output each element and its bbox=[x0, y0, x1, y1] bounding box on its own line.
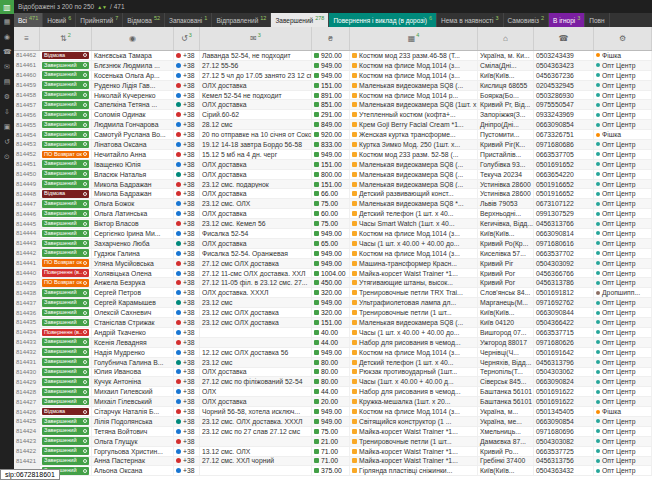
table-row[interactable]: 814441ПО Возврат окУляна Мусійовська+382… bbox=[14, 259, 652, 269]
table-row[interactable]: 814434Поверненн (в..Андрій Ткаченко+3840… bbox=[14, 328, 652, 338]
status-badge[interactable]: Завершений bbox=[42, 91, 89, 99]
phone-call-cell[interactable]: +38 bbox=[174, 189, 200, 198]
column-header-status[interactable]: ⇅2 bbox=[40, 27, 92, 50]
phone-call-cell[interactable]: +38 bbox=[174, 348, 200, 357]
table-row[interactable]: 814444ЗавершенийСергієнко Ірина Ми...+38… bbox=[14, 229, 652, 239]
tab-Відмова[interactable]: Відмова52 bbox=[123, 13, 165, 27]
sidebar-icon-5[interactable]: ⚙ bbox=[0, 89, 14, 104]
table-row[interactable]: 814429ЗавершенийКучук Антоніна+3827.12 с… bbox=[14, 377, 652, 387]
phone-call-cell[interactable]: +38 bbox=[174, 51, 200, 60]
table-row[interactable]: 814454ЗавершенийСамотуй Руслана Во...+38… bbox=[14, 130, 652, 140]
sidebar-icon-7[interactable]: ▣ bbox=[0, 119, 14, 134]
phone-call-cell[interactable]: +38 bbox=[174, 377, 200, 386]
sidebar-icon-0[interactable]: ▦ bbox=[0, 14, 14, 29]
status-badge[interactable]: Завершений bbox=[42, 319, 89, 327]
status-badge[interactable]: Завершений bbox=[42, 418, 89, 426]
sidebar-icon-9[interactable]: ⊙ bbox=[0, 149, 14, 164]
status-badge[interactable]: Завершений bbox=[42, 71, 89, 79]
phone-call-cell[interactable]: +38 bbox=[174, 209, 200, 218]
table-row[interactable]: 814460ЗавершенийКосенька Ольга Ар...+382… bbox=[14, 71, 652, 81]
phone-call-cell[interactable]: +38 bbox=[174, 239, 200, 248]
tab-Повн[interactable]: Повн bbox=[585, 13, 609, 27]
status-badge[interactable]: Завершений bbox=[42, 348, 89, 356]
table-row[interactable]: 814427ЗавершенийМихаіл Гілевський+38ОЛХ … bbox=[14, 397, 652, 407]
table-row[interactable]: 814446ЗавершенийОльга Латинська+38ОЛХ до… bbox=[14, 209, 652, 219]
status-badge[interactable]: ПО Возврат ок bbox=[42, 151, 89, 159]
phone-call-cell[interactable]: +38 bbox=[174, 288, 200, 297]
phone-call-cell[interactable]: +38 bbox=[174, 387, 200, 396]
phone-call-cell[interactable]: +38 bbox=[174, 81, 200, 90]
phone-call-cell[interactable]: +38 bbox=[174, 457, 200, 466]
phone-call-cell[interactable]: +38 bbox=[174, 298, 200, 307]
status-badge[interactable]: ПО Возврат ок bbox=[42, 259, 89, 267]
status-badge[interactable]: Завершений bbox=[42, 427, 89, 435]
table-row[interactable]: 814420ЗавершенийАльона Оксана+38375.00Гі… bbox=[14, 466, 652, 476]
status-badge[interactable]: Поверненн (в.. bbox=[42, 269, 89, 277]
table-row[interactable]: 814450ЗавершенийВласюк Наталья+38ОЛХ дос… bbox=[14, 170, 652, 180]
table-row[interactable]: 814435ЗавершенийСтаніслав Стрижак+3823.1… bbox=[14, 318, 652, 328]
phone-call-cell[interactable]: +38 bbox=[174, 199, 200, 208]
table-row[interactable]: 814426ВідмоваСітарчук Наталія Б...+38Чор… bbox=[14, 407, 652, 417]
tab-Завершений[interactable]: Завершений278 bbox=[271, 13, 329, 27]
table-row[interactable]: 814447ЗавершенийОльга Божок+3823.12 смс.… bbox=[14, 199, 652, 209]
status-badge[interactable]: Завершений bbox=[42, 447, 89, 455]
column-header-comment[interactable]: ✉3 bbox=[200, 27, 312, 50]
table-row[interactable]: 814451ЗавершенийІващенко Юлія+38ОЛХ дост… bbox=[14, 160, 652, 170]
table-row[interactable]: 814436ЗавершенийОлексій Сахневич+3823.12… bbox=[14, 308, 652, 318]
status-badge[interactable]: Завершений bbox=[42, 309, 89, 317]
phone-call-cell[interactable]: +38 bbox=[174, 100, 200, 109]
phone-call-cell[interactable]: +38 bbox=[174, 338, 200, 347]
status-badge[interactable]: Завершений bbox=[42, 131, 89, 139]
table-row[interactable]: 814462ВідмоваКанєвська Тамара+38Лаванда … bbox=[14, 51, 652, 61]
status-badge[interactable]: Відмова bbox=[42, 190, 89, 198]
sidebar-icon-3[interactable]: ✉ bbox=[0, 59, 14, 74]
phone-call-cell[interactable]: +38 bbox=[174, 170, 200, 179]
tab-Новий[interactable]: Новий6 bbox=[43, 13, 76, 27]
status-badge[interactable]: Завершений bbox=[42, 457, 89, 465]
status-badge[interactable]: Завершений bbox=[42, 220, 89, 228]
table-row[interactable]: 814453ЗавершенийЛінатова Оксана+3819.12 … bbox=[14, 140, 652, 150]
sidebar-icon-4[interactable]: ▤ bbox=[0, 74, 14, 89]
column-header-name[interactable]: ◉ bbox=[92, 27, 174, 50]
table-row[interactable]: 814431ЗавершенийГолубнича Галина В...+38… bbox=[14, 358, 652, 368]
status-badge[interactable]: Завершений bbox=[42, 388, 89, 396]
phone-call-cell[interactable]: +38 bbox=[174, 110, 200, 119]
table-row[interactable]: 814424ЗавершенийТетяна Войтович+3823.12 … bbox=[14, 427, 652, 437]
phone-call-cell[interactable]: +38 bbox=[174, 150, 200, 159]
table-row[interactable]: 814443ЗавершенийЗахарченко Люба+38ОЛХ до… bbox=[14, 239, 652, 249]
phone-call-cell[interactable]: +38 bbox=[174, 61, 200, 70]
phone-call-cell[interactable]: +38 bbox=[174, 358, 200, 367]
phone-call-cell[interactable]: +38 bbox=[174, 71, 200, 80]
status-badge[interactable]: Завершений bbox=[42, 111, 89, 119]
phone-call-cell[interactable]: +38 bbox=[174, 466, 200, 475]
table-row[interactable]: 814422ЗавершенийГоргульова Христин...+38… bbox=[14, 447, 652, 457]
phone-call-cell[interactable]: +38 bbox=[174, 417, 200, 426]
table-row[interactable]: 814428ЗавершенийМихаил Гилевский+38ОЛХ44… bbox=[14, 387, 652, 397]
status-badge[interactable]: Відмова bbox=[42, 52, 89, 60]
phone-call-cell[interactable]: +38 bbox=[174, 130, 200, 139]
status-badge[interactable]: Завершений bbox=[42, 249, 89, 257]
phone-call-cell[interactable]: +38 bbox=[174, 219, 200, 228]
table-row[interactable]: 814449ЗавершенийМикола Бадражан+3823.12 … bbox=[14, 180, 652, 190]
status-badge[interactable]: Завершений bbox=[42, 180, 89, 188]
phone-call-cell[interactable]: +38 bbox=[174, 437, 200, 446]
tab-Відправлений[interactable]: Відправлений12 bbox=[212, 13, 271, 27]
status-badge[interactable]: Завершений bbox=[42, 437, 89, 445]
phone-call-cell[interactable]: +38 bbox=[174, 259, 200, 268]
status-badge[interactable]: ПО Возврат ок bbox=[42, 279, 89, 287]
table-row[interactable]: 814432ЗавершенийНадія Мудренко+3812.12 с… bbox=[14, 348, 652, 358]
status-badge[interactable]: Завершений bbox=[42, 338, 89, 346]
tab-Запаковані[interactable]: Запаковані1 bbox=[165, 13, 212, 27]
phone-call-cell[interactable]: +38 bbox=[174, 447, 200, 456]
table-row[interactable]: 814440Поверненн (в..Холявіцька Олена+382… bbox=[14, 269, 652, 279]
phone-call-cell[interactable]: +38 bbox=[174, 160, 200, 169]
phone-call-cell[interactable]: +38 bbox=[174, 397, 200, 406]
table-row[interactable]: 814442ЗавершенийГудзюк Галина+38Фисалка … bbox=[14, 249, 652, 259]
phone-call-cell[interactable]: +38 bbox=[174, 278, 200, 287]
status-badge[interactable]: Завершений bbox=[42, 240, 89, 248]
table-row[interactable]: 814456ЗавершенийСоломія Одинак+38Сірий.6… bbox=[14, 110, 652, 120]
column-header-city[interactable]: ⌂ bbox=[478, 27, 534, 50]
status-badge[interactable]: Завершений bbox=[42, 210, 89, 218]
table-row[interactable]: 814439ПО Возврат окАнжела Безрука+3827.1… bbox=[14, 278, 652, 288]
status-badge[interactable]: Завершений bbox=[42, 230, 89, 238]
